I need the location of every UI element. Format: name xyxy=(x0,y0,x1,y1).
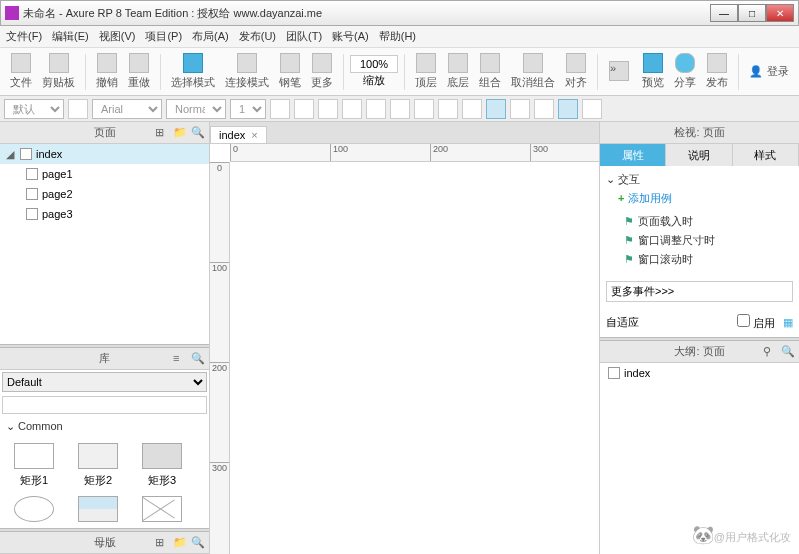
event-window-scroll[interactable]: 窗口滚动时 xyxy=(624,250,793,269)
align-left-button[interactable] xyxy=(462,99,482,119)
menu-view[interactable]: 视图(V) xyxy=(99,29,136,44)
outline-header: 大纲: 页面 ⚲ 🔍 xyxy=(600,341,799,363)
more-button[interactable]: 更多 xyxy=(307,51,337,92)
adaptive-label: 自适应 xyxy=(606,315,639,330)
close-button[interactable]: ✕ xyxy=(766,4,794,22)
canvas[interactable] xyxy=(230,162,599,554)
tab-notes[interactable]: 说明 xyxy=(666,144,732,166)
file-button[interactable]: 文件 xyxy=(6,51,36,92)
menu-publish[interactable]: 发布(U) xyxy=(239,29,276,44)
left-panel: 页面 ⊞ 📁 🔍 ◢index page1 page2 page3 库 ≡ 🔍 … xyxy=(0,122,210,554)
share-button[interactable]: 分享 xyxy=(670,51,700,92)
zoom-input[interactable] xyxy=(350,55,398,73)
minimize-button[interactable]: — xyxy=(710,4,738,22)
preview-button[interactable]: 预览 xyxy=(638,51,668,92)
publish-button[interactable]: 发布 xyxy=(702,51,732,92)
menu-file[interactable]: 文件(F) xyxy=(6,29,42,44)
select-mode-button[interactable]: 选择模式 xyxy=(167,51,219,92)
filter-icon[interactable]: ⚲ xyxy=(763,345,777,359)
add-master-icon[interactable]: ⊞ xyxy=(155,536,169,550)
menu-layout[interactable]: 布局(A) xyxy=(192,29,229,44)
size-select[interactable]: 13 xyxy=(230,99,266,119)
redo-button[interactable]: 重做 xyxy=(124,51,154,92)
overflow-button[interactable]: » xyxy=(604,59,634,85)
page-item[interactable]: page2 xyxy=(0,184,209,204)
login-button[interactable]: 👤登录 xyxy=(745,62,793,81)
add-page-icon[interactable]: ⊞ xyxy=(155,126,169,140)
italic-button[interactable] xyxy=(318,99,338,119)
border-button[interactable] xyxy=(390,99,410,119)
library-select[interactable]: Default xyxy=(2,372,207,392)
shape-rect3[interactable]: 矩形3 xyxy=(134,443,190,488)
font-select[interactable]: Arial xyxy=(92,99,162,119)
align-right-button[interactable] xyxy=(510,99,530,119)
add-folder-icon[interactable]: 📁 xyxy=(173,126,187,140)
clipboard-button[interactable]: 剪贴板 xyxy=(38,51,79,92)
shape-image[interactable] xyxy=(70,496,126,522)
outline-search-icon[interactable]: 🔍 xyxy=(781,345,795,359)
library-menu-icon[interactable]: ≡ xyxy=(173,352,187,366)
more-events-button[interactable]: 更多事件>>> xyxy=(606,281,793,302)
zoom-control[interactable]: 缩放 xyxy=(350,55,398,88)
front-button[interactable]: 顶层 xyxy=(411,51,441,92)
outline-item[interactable]: index xyxy=(600,363,799,383)
event-page-load[interactable]: 页面载入时 xyxy=(624,212,793,231)
weight-select[interactable]: Normal xyxy=(166,99,226,119)
bold-button[interactable] xyxy=(294,99,314,119)
group-button[interactable]: 组合 xyxy=(475,51,505,92)
ungroup-button[interactable]: 取消组合 xyxy=(507,51,559,92)
adaptive-settings-icon[interactable]: ▦ xyxy=(783,316,793,329)
format-toolbar: 默认 Arial Normal 13 xyxy=(0,96,799,122)
canvas-tabs: index× xyxy=(210,122,599,144)
inspector-header: 检视: 页面 xyxy=(600,122,799,144)
pen-button[interactable]: 钢笔 xyxy=(275,51,305,92)
back-button[interactable]: 底层 xyxy=(443,51,473,92)
add-case-link[interactable]: +添加用例 xyxy=(618,191,793,206)
main-toolbar: 文件 剪贴板 撤销 重做 选择模式 连接模式 钢笔 更多 缩放 顶层 底层 组合… xyxy=(0,48,799,96)
undo-button[interactable]: 撤销 xyxy=(92,51,122,92)
copy-style-button[interactable] xyxy=(68,99,88,119)
shape-rect2[interactable]: 矩形2 xyxy=(70,443,126,488)
master-search-icon[interactable]: 🔍 xyxy=(191,536,205,550)
valign-bottom-button[interactable] xyxy=(582,99,602,119)
maximize-button[interactable]: □ xyxy=(738,4,766,22)
ruler-vertical[interactable]: 0100200300400500 xyxy=(210,162,230,554)
library-group[interactable]: ⌄ Common xyxy=(0,416,209,437)
align-center-button[interactable] xyxy=(486,99,506,119)
shape-placeholder[interactable] xyxy=(134,496,190,522)
titlebar: 未命名 - Axure RP 8 Team Edition : 授权给 www.… xyxy=(0,0,799,26)
style-select[interactable]: 默认 xyxy=(4,99,64,119)
text-color-button[interactable] xyxy=(270,99,290,119)
shape-ellipse[interactable] xyxy=(6,496,62,522)
border-width-button[interactable] xyxy=(414,99,434,119)
close-tab-icon[interactable]: × xyxy=(251,129,257,141)
menu-project[interactable]: 项目(P) xyxy=(145,29,182,44)
align-button[interactable]: 对齐 xyxy=(561,51,591,92)
fill-button[interactable] xyxy=(366,99,386,119)
connect-mode-button[interactable]: 连接模式 xyxy=(221,51,273,92)
valign-middle-button[interactable] xyxy=(558,99,578,119)
enable-adaptive-checkbox[interactable]: 启用 xyxy=(737,314,775,331)
search-icon[interactable]: 🔍 xyxy=(191,126,205,140)
interaction-section[interactable]: ⌄ 交互 xyxy=(606,172,793,187)
menu-help[interactable]: 帮助(H) xyxy=(379,29,416,44)
event-window-resize[interactable]: 窗口调整尺寸时 xyxy=(624,231,793,250)
underline-button[interactable] xyxy=(342,99,362,119)
page-item[interactable]: page1 xyxy=(0,164,209,184)
pages-panel-header: 页面 ⊞ 📁 🔍 xyxy=(0,122,209,144)
menu-team[interactable]: 团队(T) xyxy=(286,29,322,44)
add-master-folder-icon[interactable]: 📁 xyxy=(173,536,187,550)
shape-rect1[interactable]: 矩形1 xyxy=(6,443,62,488)
border-style-button[interactable] xyxy=(438,99,458,119)
menu-edit[interactable]: 编辑(E) xyxy=(52,29,89,44)
canvas-tab[interactable]: index× xyxy=(210,126,267,143)
page-root[interactable]: ◢index xyxy=(0,144,209,164)
menu-account[interactable]: 账号(A) xyxy=(332,29,369,44)
tab-style[interactable]: 样式 xyxy=(733,144,799,166)
tab-properties[interactable]: 属性 xyxy=(600,144,666,166)
ruler-horizontal[interactable]: 0100200300400 xyxy=(230,144,599,162)
valign-top-button[interactable] xyxy=(534,99,554,119)
library-search-icon[interactable]: 🔍 xyxy=(191,352,205,366)
library-search-input[interactable] xyxy=(2,396,207,414)
page-item[interactable]: page3 xyxy=(0,204,209,224)
